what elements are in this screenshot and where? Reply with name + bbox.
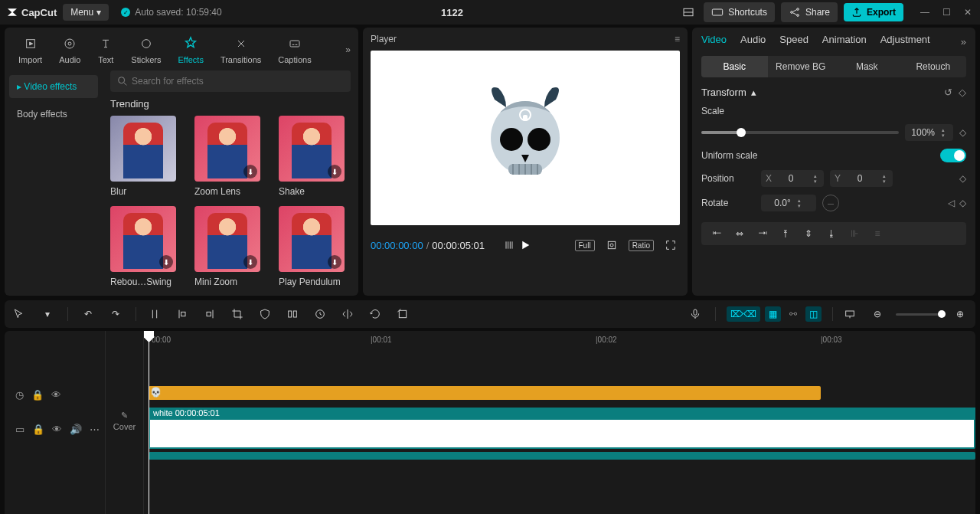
keyframe-icon[interactable]: ◇ [959, 198, 966, 208]
link-icon[interactable]: ⚯ [786, 306, 801, 322]
playhead[interactable] [149, 331, 149, 514]
undo-icon[interactable]: ↶ [80, 309, 96, 319]
effect-item[interactable]: ⬇Play Pendulum [279, 206, 351, 287]
tab-stickers[interactable]: Stickers [125, 34, 167, 66]
subtab-retouch[interactable]: Retouch [900, 56, 967, 77]
full-button[interactable]: Full [575, 240, 595, 251]
scale-slider[interactable] [701, 131, 899, 134]
close-button[interactable]: ✕ [962, 6, 974, 18]
tab-transitions[interactable]: Transitions [214, 34, 267, 66]
preview-axis-icon[interactable] [844, 308, 859, 320]
rtab-speed[interactable]: Speed [779, 34, 808, 50]
rotate-icon[interactable] [369, 308, 384, 320]
time-ruler[interactable]: 00:00 |00:01 |00:02 |00:03 [144, 331, 975, 352]
share-button[interactable]: Share [781, 2, 838, 22]
align-center-v-icon[interactable]: ⇕ [801, 228, 816, 239]
rtab-animation[interactable]: Animation [822, 34, 867, 50]
mute-icon[interactable]: 🔊 [70, 424, 82, 435]
minimize-button[interactable]: ― [919, 6, 931, 18]
export-button[interactable]: Export [844, 3, 903, 21]
effect-item[interactable]: ⬇Rebou…Swing [110, 206, 182, 287]
subtab-basic[interactable]: Basic [701, 56, 768, 77]
subtab-mask[interactable]: Mask [834, 56, 900, 77]
audio-clip[interactable] [149, 452, 975, 460]
effect-item[interactable]: ⬇Mini Zoom [194, 206, 266, 287]
rtab-audio[interactable]: Audio [740, 34, 766, 50]
tracks-area[interactable]: 00:00 |00:01 |00:02 |00:03 💀 white 00:00… [144, 331, 975, 514]
zoom-in-icon[interactable]: ⊕ [952, 309, 968, 319]
trim-right-icon[interactable] [204, 308, 219, 320]
keyframe-left-icon[interactable]: ◁ [948, 198, 955, 208]
magnet-track-icon[interactable]: ▦ [765, 306, 781, 322]
reverse-icon[interactable] [314, 308, 329, 320]
more-tabs-icon[interactable]: » [345, 44, 351, 55]
effects-search-input[interactable] [110, 70, 351, 92]
align-center-h-icon[interactable]: ⇔ [732, 228, 747, 239]
tab-audio[interactable]: Audio [53, 34, 87, 66]
more-rtabs-icon[interactable]: » [961, 36, 966, 47]
align-top-icon[interactable]: ⭱ [778, 228, 793, 239]
eye-icon[interactable]: 👁 [52, 424, 62, 435]
keyframe-icon[interactable]: ◇ [959, 87, 966, 98]
zoom-slider[interactable] [896, 313, 942, 316]
more-icon[interactable]: ⋯ [90, 424, 100, 435]
lock-icon[interactable]: 🔒 [32, 424, 44, 435]
layout-icon[interactable] [682, 6, 697, 18]
download-icon[interactable]: ⬇ [243, 165, 257, 178]
lock-icon[interactable]: 🔒 [31, 389, 44, 401]
download-icon[interactable]: ⬇ [243, 255, 257, 269]
uniform-scale-toggle[interactable] [940, 149, 966, 162]
scale-value[interactable]: 100%▴▾ [905, 124, 953, 141]
rtab-adjustment[interactable]: Adjustment [880, 34, 930, 50]
shortcuts-button[interactable]: Shortcuts [704, 2, 775, 22]
clip-icon[interactable]: ▭ [15, 424, 24, 435]
selection-tool-icon[interactable] [12, 308, 28, 320]
align-bottom-icon[interactable]: ⭳ [824, 228, 839, 239]
reset-icon[interactable]: ↺ [944, 87, 952, 98]
magnet-main-icon[interactable]: ⌦⌫ [727, 306, 760, 322]
rtab-video[interactable]: Video [701, 34, 727, 50]
video-clip[interactable]: white 00:00:05:01 [149, 408, 975, 449]
tab-effects[interactable]: Effects [172, 34, 209, 66]
effect-item[interactable]: ⬇Shake [279, 116, 351, 197]
align-right-icon[interactable]: ⭲ [755, 228, 770, 239]
preview-canvas[interactable] [371, 51, 680, 225]
ratio-button[interactable]: Ratio [629, 240, 654, 251]
trim-left-icon[interactable] [176, 308, 191, 320]
position-y-input[interactable]: Y0▴▾ [830, 170, 893, 187]
scale-fit-icon[interactable] [603, 236, 621, 254]
download-icon[interactable]: ⬇ [159, 255, 173, 269]
position-x-input[interactable]: X0▴▾ [761, 170, 824, 187]
crop-icon[interactable] [231, 308, 247, 320]
sidebar-video-effects[interactable]: ▸ Video effects [9, 75, 98, 98]
caret-down-icon[interactable]: ▾ [40, 309, 55, 319]
tab-captions[interactable]: Captions [272, 34, 317, 66]
maximize-button[interactable]: ☐ [940, 6, 952, 18]
play-button[interactable] [515, 235, 535, 255]
tab-import[interactable]: Import [12, 34, 48, 66]
tab-text[interactable]: Text [91, 34, 120, 66]
keyframe-icon[interactable]: ◇ [959, 127, 966, 138]
clock-edit-icon[interactable]: ◷ [15, 389, 24, 401]
redo-icon[interactable]: ↷ [108, 309, 123, 319]
effect-item[interactable]: Blur [110, 116, 182, 197]
effect-clip[interactable]: 💀 [149, 386, 821, 400]
rotate-dial[interactable]: ― [822, 195, 839, 211]
compound-icon[interactable] [286, 308, 302, 320]
eye-icon[interactable]: 👁 [51, 389, 61, 401]
subtab-removebg[interactable]: Remove BG [768, 56, 835, 77]
rotate-value[interactable]: 0.0°▴▾ [761, 195, 816, 211]
align-left-icon[interactable]: ⭰ [709, 228, 724, 239]
menu-button[interactable]: Menu ▾ [63, 4, 109, 21]
cover-button[interactable]: ✎ Cover [113, 411, 136, 431]
crop2-icon[interactable] [397, 308, 412, 320]
snap-icon[interactable]: ◫ [805, 306, 822, 322]
sidebar-body-effects[interactable]: Body effects [9, 103, 98, 126]
mirror-icon[interactable] [341, 308, 357, 320]
download-icon[interactable]: ⬇ [328, 165, 341, 178]
transform-heading[interactable]: Transform▴ ↺ ◇ [701, 87, 966, 98]
shield-icon[interactable] [259, 308, 274, 320]
zoom-out-icon[interactable]: ⊖ [870, 309, 885, 319]
effect-item[interactable]: ⬇Zoom Lens [194, 116, 266, 197]
download-icon[interactable]: ⬇ [328, 255, 341, 269]
